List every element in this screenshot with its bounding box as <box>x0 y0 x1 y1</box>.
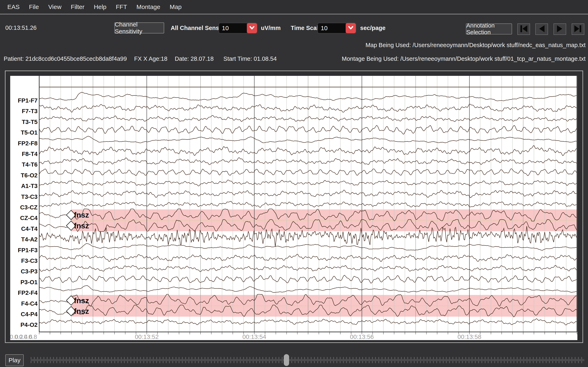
time-scale-dropdown-button[interactable] <box>346 23 356 33</box>
channel-label-T6-O2: T6-O2 <box>21 172 38 179</box>
eeg-trace-F8-T4 <box>39 146 577 156</box>
menu-item-eas[interactable]: EAS <box>7 3 20 10</box>
menu-bar: EASFileViewFilterHelpFFTMontageMap <box>0 0 588 14</box>
all-channel-sensitivity-dropdown[interactable]: 10 <box>218 22 258 34</box>
channel-label-T3-T5: T3-T5 <box>22 119 38 125</box>
time-axis-label: 00:13:56 <box>350 333 374 340</box>
slider-track[interactable] <box>31 359 584 361</box>
channel-labels: FP1-F7F7-T3T3-T5T5-O1FP2-F8F8-T4T4-T6T6-… <box>18 97 38 328</box>
skip-to-end-button[interactable] <box>572 24 584 35</box>
channel-label-F7-T3: F7-T3 <box>22 108 38 114</box>
channel-sensitivity-button[interactable]: Channel Sensitivity <box>114 22 164 33</box>
eeg-trace-FP2-F4 <box>39 286 577 292</box>
patient-info-line: Patient: 21dc8ccd6c0455bce85cecb8da8f4a9… <box>4 55 277 62</box>
slider-handle[interactable] <box>284 354 289 366</box>
channel-label-T5-O1: T5-O1 <box>21 129 38 136</box>
channel-label-C4-P4: C4-P4 <box>21 311 38 317</box>
menu-item-filter[interactable]: Filter <box>71 3 85 10</box>
channel-label-F3-C3: F3-C3 <box>21 258 38 264</box>
eeg-trace-C3-CZ <box>39 201 577 207</box>
eeg-trace-T3-T5 <box>39 115 577 122</box>
channel-label-F8-T4: F8-T4 <box>22 151 38 157</box>
chevron-down-icon <box>347 24 354 32</box>
menu-item-view[interactable]: View <box>48 3 61 10</box>
eeg-trace-T4-T6 <box>39 158 577 165</box>
all-channel-sensitivity-value[interactable]: 10 <box>219 23 247 33</box>
channel-label-T4-T6: T4-T6 <box>22 161 38 168</box>
channel-label-C3-P3: C3-P3 <box>21 268 38 275</box>
annotation-label[interactable]: fnsz <box>74 296 89 305</box>
menu-item-help[interactable]: Help <box>94 3 107 10</box>
eeg-trace-A1-T3 <box>39 180 577 186</box>
channel-label-FP1-F7: FP1-F7 <box>18 97 38 104</box>
channel-label-T4-A2: T4-A2 <box>21 236 38 243</box>
eeg-trace-F3-C3 <box>39 254 577 262</box>
time-scale-dropdown[interactable]: 10 <box>317 22 356 34</box>
time-scrubber-slider[interactable] <box>31 356 584 364</box>
annotation-markers[interactable]: fnszfnszfnszfnsz <box>66 210 89 316</box>
annotation-label[interactable]: fnsz <box>74 211 89 219</box>
channel-label-F4-C4: F4-C4 <box>21 300 38 307</box>
eeg-trace-T3-C3 <box>39 190 577 198</box>
previous-icon <box>537 25 546 34</box>
menu-item-montage[interactable]: Montage <box>136 3 160 10</box>
eeg-trace-F7-T3 <box>39 104 577 112</box>
next-page-button[interactable] <box>553 24 566 35</box>
eeg-plot-panel[interactable]: 00:13:5200:13:5400:13:5600:13:580.00.20.… <box>10 76 577 340</box>
map-being-used-text: Map Being Used: /Users/reneeoymann/Deskt… <box>365 42 586 49</box>
channel-label-FP1-F3: FP1-F3 <box>18 247 38 253</box>
time-scale-unit-label: sec/page <box>360 25 385 31</box>
eeg-trace-T6-O2 <box>39 169 577 175</box>
time-axis-label: 00:13:58 <box>458 333 481 340</box>
menu-item-map[interactable]: Map <box>170 3 182 10</box>
time-scale-value[interactable]: 10 <box>318 23 346 33</box>
chevron-down-icon <box>249 24 255 32</box>
eeg-traces <box>39 92 577 325</box>
channel-label-C3-CZ: C3-CZ <box>20 204 38 211</box>
eeg-trace-P4-O2 <box>39 319 577 325</box>
patient-id-text: Patient: 21dc8ccd6c0455bce85cecb8da8f4a9… <box>4 55 127 62</box>
subsecond-axis-label: 0.8 <box>29 333 37 340</box>
eeg-trace-T5-O1 <box>39 125 577 134</box>
channel-label-CZ-C4: CZ-C4 <box>20 215 38 221</box>
eeg-trace-FP1-F7 <box>39 92 577 101</box>
next-icon <box>555 25 564 34</box>
recording-date-text: Date: 28.07.18 <box>175 55 214 62</box>
eeg-trace-FP2-F8 <box>39 136 577 143</box>
channel-label-T3-C3: T3-C3 <box>21 193 38 200</box>
eeg-display-frame: 00:13:5200:13:5400:13:5600:13:580.00.20.… <box>5 71 583 343</box>
channel-label-P3-O1: P3-O1 <box>20 279 38 285</box>
time-axis-label: 00:13:52 <box>135 333 159 340</box>
current-time-display: 00:13:51.26 <box>5 25 36 31</box>
time-axis-labels: 00:13:5200:13:5400:13:5600:13:580.00.20.… <box>10 333 481 340</box>
eeg-trace-C3-P3 <box>39 265 577 272</box>
all-channel-sensitivity-dropdown-button[interactable] <box>247 23 257 33</box>
eeg-trace-P3-O1 <box>39 275 577 283</box>
previous-page-button[interactable] <box>535 24 548 35</box>
channel-label-A1-T3: A1-T3 <box>21 183 38 189</box>
menu-item-fft[interactable]: FFT <box>116 3 127 10</box>
channel-label-C4-T4: C4-T4 <box>21 225 38 232</box>
eeg-trace-FP1-F3 <box>39 243 577 250</box>
time-axis-label: 00:13:54 <box>242 333 266 340</box>
channel-label-P4-O2: P4-O2 <box>20 322 38 328</box>
eeg-waveform-canvas[interactable]: 00:13:5200:13:5400:13:5600:13:580.00.20.… <box>10 76 577 340</box>
annotation-selection-button[interactable]: Annotation Selection <box>466 24 512 34</box>
skip-to-start-icon <box>519 25 528 34</box>
time-scale-label: Time Scale <box>291 25 321 31</box>
start-time-text: Start Time: 01.08.54 <box>223 55 277 62</box>
skip-to-start-button[interactable] <box>517 24 530 35</box>
sensitivity-unit-label: uV/mm <box>261 25 281 31</box>
annotation-label[interactable]: fnsz <box>74 307 89 315</box>
skip-to-end-icon <box>573 25 582 34</box>
patient-age-text: FX X Age:18 <box>134 55 167 62</box>
channel-label-FP2-F4: FP2-F4 <box>18 290 38 296</box>
montage-being-used-text: Montage Being Used: /Users/reneeoymann/D… <box>342 55 586 62</box>
play-button[interactable]: Play <box>5 354 24 366</box>
annotation-label[interactable]: fnsz <box>74 222 89 230</box>
eas-window: EASFileViewFilterHelpFFTMontageMap 00:13… <box>0 0 588 367</box>
menu-item-file[interactable]: File <box>29 3 39 10</box>
channel-label-FP2-F8: FP2-F8 <box>18 140 38 147</box>
